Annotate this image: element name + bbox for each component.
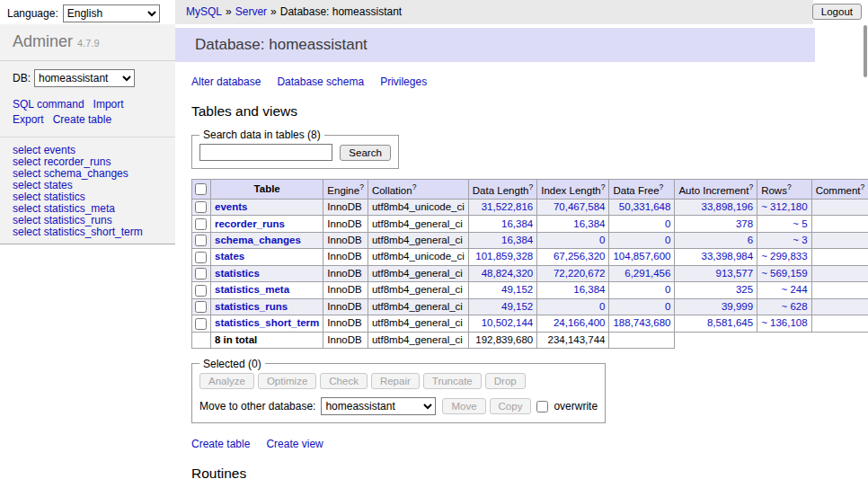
cell-rows-link[interactable]: ~ 244 — [782, 284, 808, 295]
cell-auto_increment-link[interactable]: 378 — [736, 218, 753, 229]
cell-rows-link[interactable]: ~ 628 — [782, 301, 808, 312]
cell-data_free-link[interactable]: 0 — [665, 284, 670, 295]
row-checkbox[interactable] — [195, 252, 207, 263]
cell-data_free-link[interactable]: 0 — [665, 218, 670, 229]
cell-data_length-link[interactable]: 16,384 — [501, 218, 533, 229]
repair-button[interactable]: Repair — [371, 373, 420, 389]
cell-data_free-link[interactable]: 0 — [665, 301, 670, 312]
cell-data_free-link[interactable]: 0 — [665, 235, 670, 245]
row-checkbox[interactable] — [195, 201, 207, 213]
header-cell-rows: Rows? — [757, 180, 811, 200]
row-checkbox[interactable] — [195, 235, 207, 246]
cell-index_length-link[interactable]: 72,220,672 — [554, 268, 606, 279]
optimize-button[interactable]: Optimize — [258, 373, 316, 389]
help-link[interactable]: ? — [860, 182, 864, 191]
header-cell-name: Table — [211, 180, 323, 200]
cell-auto_increment-link[interactable]: 6 — [748, 235, 753, 245]
row-checkbox[interactable] — [195, 301, 207, 313]
vertical-scrollbar[interactable] — [864, 25, 867, 77]
cell-auto_increment-link[interactable]: 325 — [736, 284, 753, 295]
db-select[interactable]: homeassistant — [34, 69, 135, 87]
table-link-recorder_runs[interactable]: recorder_runs — [215, 218, 285, 229]
help-link[interactable]: ? — [748, 182, 753, 191]
row-checkbox[interactable] — [195, 318, 207, 330]
logout-button[interactable]: Logout — [812, 4, 862, 20]
cell-index_length-link[interactable]: 0 — [599, 235, 605, 245]
cell-data_free-link[interactable]: 50,331,648 — [619, 201, 671, 212]
search-input[interactable] — [199, 144, 332, 161]
cell-data_length-link[interactable]: 49,152 — [501, 284, 533, 295]
cell-auto_increment-link[interactable]: 33,398,984 — [702, 251, 754, 262]
overwrite-checkbox[interactable] — [536, 401, 548, 413]
link-privileges[interactable]: Privileges — [380, 75, 427, 88]
link-create-table[interactable]: Create table — [53, 112, 111, 128]
link-import[interactable]: Import — [93, 97, 124, 112]
row-checkbox[interactable] — [195, 285, 207, 297]
link-export[interactable]: Export — [13, 112, 44, 128]
link-create-table[interactable]: Create table — [191, 438, 250, 450]
cell-index_length-link[interactable]: 0 — [599, 301, 605, 312]
cell-index_length-link[interactable]: 16,384 — [573, 218, 605, 229]
cell-auto_increment-link[interactable]: 33,898,196 — [702, 201, 754, 212]
cell-collation: utf8mb4_general_ci — [368, 298, 468, 315]
truncate-button[interactable]: Truncate — [423, 373, 482, 389]
help-link[interactable]: ? — [359, 182, 364, 191]
cell-auto_increment-link[interactable]: 39,999 — [722, 301, 753, 312]
link-select-statistics-short-term[interactable]: select statistics_short_term — [13, 226, 163, 238]
breadcrumb-separator: » — [226, 5, 232, 18]
cell-data_free-link[interactable]: 188,743,680 — [613, 317, 670, 328]
help-link[interactable]: ? — [660, 182, 664, 191]
cell-data_length-link[interactable]: 10,502,144 — [482, 317, 534, 328]
cell-index_length-link[interactable]: 70,467,584 — [554, 201, 606, 212]
link-database-schema[interactable]: Database schema — [277, 75, 364, 88]
cell-data_free-link[interactable]: 104,857,600 — [613, 251, 670, 262]
help-link[interactable]: ? — [412, 182, 417, 191]
breadcrumb-link-mysql[interactable]: MySQL — [186, 5, 222, 18]
table-link-states[interactable]: states — [215, 251, 244, 262]
analyze-button[interactable]: Analyze — [199, 373, 254, 389]
table-link-statistics_meta[interactable]: statistics_meta — [215, 284, 289, 295]
cell-data_length-link[interactable]: 49,152 — [501, 301, 533, 312]
link-create-view[interactable]: Create view — [266, 438, 323, 450]
search-button[interactable]: Search — [340, 145, 390, 161]
link-sql-command[interactable]: SQL command — [13, 97, 84, 112]
copy-button[interactable]: Copy — [490, 398, 532, 414]
move-button[interactable]: Move — [442, 398, 485, 414]
cell-index_length-link[interactable]: 16,384 — [573, 284, 605, 295]
select-all-checkbox[interactable] — [195, 183, 207, 195]
table-link-events[interactable]: events — [215, 201, 247, 212]
cell-rows-link[interactable]: ~ 299,833 — [761, 251, 807, 262]
cell-data_length-link[interactable]: 101,859,328 — [475, 251, 533, 262]
cell-data_free-link[interactable]: 6,291,456 — [624, 268, 670, 279]
language-select[interactable]: English — [63, 4, 160, 22]
cell-data_length-link[interactable]: 31,522,816 — [482, 201, 534, 212]
link-alter-database[interactable]: Alter database — [191, 75, 261, 88]
cell-auto_increment-link[interactable]: 913,577 — [716, 268, 754, 279]
cell-rows-link[interactable]: ~ 5 — [793, 218, 807, 229]
cell-data_length-link[interactable]: 48,824,320 — [482, 268, 534, 279]
cell-data_length-link[interactable]: 16,384 — [501, 235, 533, 245]
cell-rows-link[interactable]: ~ 136,108 — [761, 317, 807, 328]
create-links: Create tableCreate view — [191, 438, 815, 450]
table-link-statistics_runs[interactable]: statistics_runs — [215, 301, 288, 312]
cell-index_length-link[interactable]: 24,166,400 — [554, 317, 606, 328]
cell-auto_increment-link[interactable]: 8,581,645 — [707, 317, 753, 328]
help-link[interactable]: ? — [787, 182, 792, 191]
table-link-statistics[interactable]: statistics — [215, 268, 260, 279]
help-link[interactable]: ? — [601, 182, 606, 191]
cell-rows-link[interactable]: ~ 569,159 — [761, 268, 807, 279]
help-link[interactable]: ? — [528, 182, 533, 191]
cell-rows-link[interactable]: ~ 312,180 — [761, 201, 807, 212]
cell-rows-link[interactable]: ~ 3 — [793, 235, 807, 245]
table-link-statistics_short_term[interactable]: statistics_short_term — [215, 317, 319, 328]
move-db-select[interactable]: homeassistant — [321, 397, 436, 415]
table-link-schema_changes[interactable]: schema_changes — [215, 235, 301, 245]
drop-button[interactable]: Drop — [485, 373, 526, 389]
row-checkbox[interactable] — [195, 218, 207, 230]
check-button[interactable]: Check — [320, 373, 368, 389]
header-cell-auto_increment: Auto Increment? — [675, 180, 757, 200]
cell-index_length-link[interactable]: 67,256,320 — [554, 251, 606, 262]
row-checkbox[interactable] — [195, 268, 207, 279]
total-engine: InnoDB — [323, 332, 368, 348]
breadcrumb-link-server[interactable]: Server — [235, 5, 267, 18]
